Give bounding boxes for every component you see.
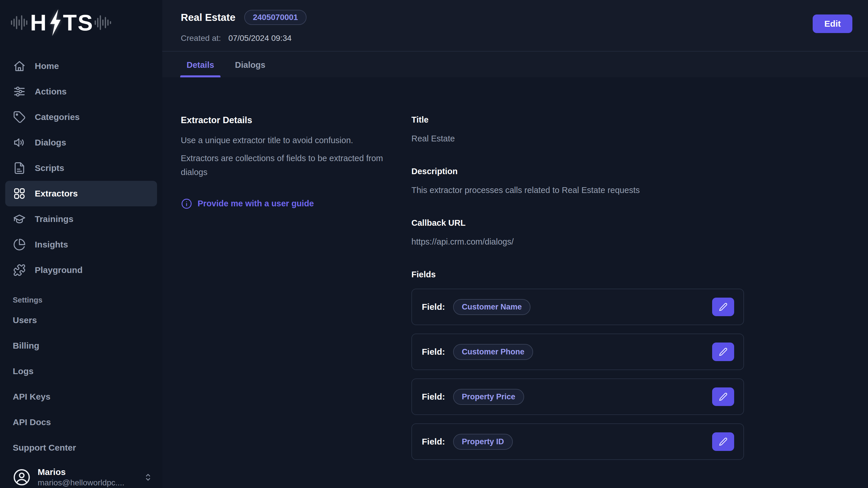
tag-icon [13,111,26,124]
description-value: This extractor processes calls related t… [411,185,744,195]
sidebar-item-categories[interactable]: Categories [5,104,157,130]
fields-label: Fields [411,270,744,279]
logo-letter-ts: TS [63,11,94,34]
page-header: Real Estate 2405070001 Edit Created at: … [162,0,868,51]
sidebar-item-home[interactable]: Home [5,53,157,79]
pencil-icon [718,392,728,401]
panel-heading: Extractor Details [181,115,401,125]
tab-dialogs[interactable]: Dialogs [228,52,272,78]
field-edit-button[interactable] [712,432,734,451]
graduation-cap-icon [13,212,26,226]
pencil-icon [718,347,728,357]
waveform-icon [10,12,30,33]
sidebar-nav: Home Actions Categories Dialogs Scripts [5,53,157,283]
sidebar-item-label: Home [35,61,59,71]
sidebar-item-api-docs[interactable]: API Docs [5,409,157,435]
app-logo: H TS [10,7,157,38]
created-at-value: 07/05/2024 09:34 [228,34,291,42]
info-icon [181,198,192,210]
lightning-bolt-icon [46,7,63,38]
sidebar-item-actions[interactable]: Actions [5,79,157,104]
sidebar-item-label: Playground [35,265,83,275]
field-edit-button[interactable] [712,298,734,316]
field-card-customer-phone: Field: Customer Phone [411,334,744,370]
sidebar-item-api-keys[interactable]: API Keys [5,384,157,409]
tab-bar: Details Dialogs [162,51,868,78]
tab-details[interactable]: Details [180,52,220,78]
main-area: Real Estate 2405070001 Edit Created at: … [162,0,868,488]
user-name: Marios [38,466,124,478]
description-label: Description [411,166,744,176]
waveform-icon [94,12,114,33]
extractor-id-badge: 2405070001 [244,10,307,25]
field-name-badge: Customer Phone [453,344,533,360]
user-info: Marios marios@helloworldpc.... [38,466,124,488]
user-email: marios@helloworldpc.... [38,478,124,488]
chevrons-up-down-icon [143,472,153,482]
sidebar-item-insights[interactable]: Insights [5,232,157,257]
field-card-property-price: Field: Property Price [411,378,744,415]
title-value: Real Estate [411,134,744,144]
sidebar-item-label: Categories [35,112,80,122]
panel-description-line1: Use a unique extractor title to avoid co… [181,133,401,148]
created-at-label: Created at: [181,34,221,42]
puzzle-icon [13,264,26,277]
page-title: Real Estate [181,11,236,23]
field-name-badge: Property Price [453,389,524,405]
field-card-customer-name: Field: Customer Name [411,288,744,325]
field-edit-button[interactable] [712,342,734,361]
user-guide-link[interactable]: Provide me with a user guide [181,198,314,210]
grid-icon [13,187,26,200]
logo-letter-h: H [30,11,47,34]
sidebar-item-billing[interactable]: Billing [5,333,157,359]
created-row: Created at: 07/05/2024 09:34 [181,34,852,43]
callback-url-value: https://api.crm.com/dialogs/ [411,237,744,247]
sidebar-item-label: Extractors [35,189,78,199]
sliders-icon [13,85,26,98]
user-menu[interactable]: Marios marios@helloworldpc.... [5,460,157,488]
sidebar: H TS Home Actions Categories [0,0,162,488]
speaker-icon [13,136,26,149]
sidebar-item-label: Dialogs [35,138,66,148]
home-icon [13,59,26,73]
sidebar-item-users[interactable]: Users [5,307,157,333]
extractor-values-panel: Title Real Estate Description This extra… [411,115,744,488]
sidebar-item-logs[interactable]: Logs [5,359,157,384]
sidebar-item-dialogs[interactable]: Dialogs [5,130,157,155]
sidebar-item-label: Insights [35,240,68,249]
panel-description-line2: Extractors are collections of fields to … [181,152,401,179]
sidebar-item-label: Trainings [35,214,73,224]
pencil-icon [718,437,728,446]
sidebar-item-extractors[interactable]: Extractors [5,181,157,206]
callback-url-label: Callback URL [411,218,744,228]
sidebar-section-settings: Settings [13,296,157,305]
pencil-icon [718,302,728,311]
field-edit-button[interactable] [712,388,734,406]
sidebar-item-playground[interactable]: Playground [5,257,157,283]
field-name-badge: Customer Name [453,299,530,315]
pie-chart-icon [13,238,26,251]
document-icon [13,161,26,175]
sidebar-item-scripts[interactable]: Scripts [5,155,157,181]
sidebar-item-label: Scripts [35,163,64,173]
edit-button[interactable]: Edit [813,14,852,33]
extractor-details-panel: Extractor Details Use a unique extractor… [181,115,401,488]
field-row-label: Field: [422,437,445,447]
sidebar-item-support-center[interactable]: Support Center [5,435,157,460]
field-row-label: Field: [422,302,445,312]
sidebar-item-trainings[interactable]: Trainings [5,206,157,232]
sidebar-settings-nav: Users Billing Logs API Keys API Docs Sup… [5,307,157,460]
field-row-label: Field: [422,347,445,357]
title-row: Real Estate 2405070001 [181,10,852,25]
tab-content: Extractor Details Use a unique extractor… [162,78,868,488]
field-card-property-id: Field: Property ID [411,423,744,460]
title-label: Title [411,115,744,125]
field-row-label: Field: [422,392,445,402]
field-name-badge: Property ID [453,434,513,450]
avatar [13,468,31,486]
sidebar-item-label: Actions [35,87,67,96]
user-guide-link-label: Provide me with a user guide [197,199,314,208]
